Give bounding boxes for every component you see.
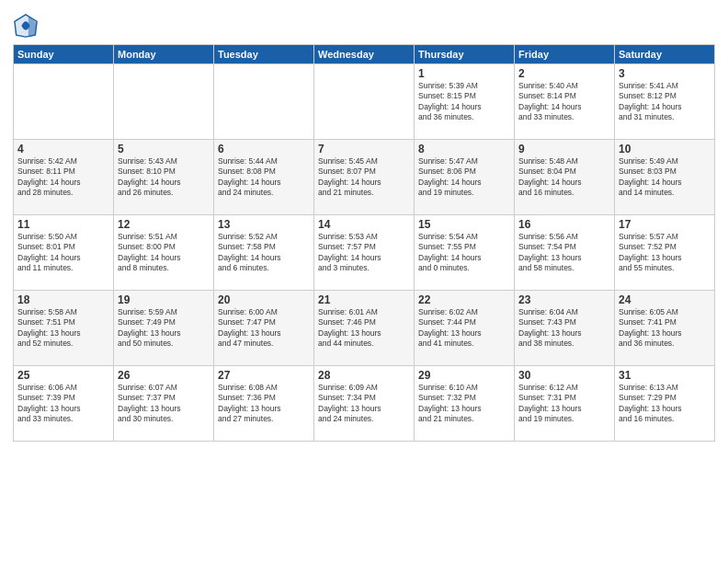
table-row: 31Sunrise: 6:13 AM Sunset: 7:29 PM Dayli… [615, 366, 715, 442]
col-tuesday: Tuesday [214, 45, 314, 64]
table-row: 15Sunrise: 5:54 AM Sunset: 7:55 PM Dayli… [415, 215, 515, 291]
day-number: 19 [118, 293, 210, 306]
table-row: 7Sunrise: 5:45 AM Sunset: 8:07 PM Daylig… [314, 140, 415, 215]
table-row: 4Sunrise: 5:42 AM Sunset: 8:11 PM Daylig… [14, 140, 114, 215]
day-number: 26 [118, 369, 210, 382]
day-info: Sunrise: 5:39 AM Sunset: 8:15 PM Dayligh… [418, 81, 510, 123]
table-row: 27Sunrise: 6:08 AM Sunset: 7:36 PM Dayli… [214, 366, 314, 442]
day-info: Sunrise: 5:53 AM Sunset: 7:57 PM Dayligh… [318, 232, 410, 274]
day-info: Sunrise: 6:01 AM Sunset: 7:46 PM Dayligh… [318, 307, 410, 350]
day-info: Sunrise: 5:41 AM Sunset: 8:12 PM Dayligh… [619, 81, 711, 123]
calendar-week-row: 11Sunrise: 5:50 AM Sunset: 8:01 PM Dayli… [14, 215, 715, 291]
day-info: Sunrise: 6:05 AM Sunset: 7:41 PM Dayligh… [619, 307, 711, 350]
table-row: 21Sunrise: 6:01 AM Sunset: 7:46 PM Dayli… [314, 291, 415, 366]
calendar-week-row: 1Sunrise: 5:39 AM Sunset: 8:15 PM Daylig… [14, 64, 715, 140]
day-number: 8 [418, 143, 510, 155]
day-info: Sunrise: 5:49 AM Sunset: 8:03 PM Dayligh… [619, 156, 711, 199]
day-number: 27 [218, 369, 310, 382]
col-wednesday: Wednesday [314, 45, 415, 64]
page: Sunday Monday Tuesday Wednesday Thursday… [0, 0, 728, 563]
day-info: Sunrise: 5:58 AM Sunset: 7:51 PM Dayligh… [17, 307, 109, 350]
logo [13, 13, 40, 39]
table-row: 24Sunrise: 6:05 AM Sunset: 7:41 PM Dayli… [615, 291, 715, 366]
day-info: Sunrise: 5:52 AM Sunset: 7:58 PM Dayligh… [218, 232, 310, 274]
calendar-table: Sunday Monday Tuesday Wednesday Thursday… [13, 44, 715, 442]
day-number: 1 [418, 67, 510, 80]
day-number: 23 [518, 293, 610, 306]
table-row: 11Sunrise: 5:50 AM Sunset: 8:01 PM Dayli… [14, 215, 114, 291]
day-number: 29 [418, 369, 510, 382]
day-info: Sunrise: 5:57 AM Sunset: 7:52 PM Dayligh… [619, 232, 711, 274]
day-info: Sunrise: 5:42 AM Sunset: 8:11 PM Dayligh… [17, 156, 109, 199]
day-number: 10 [619, 143, 711, 155]
calendar-week-row: 25Sunrise: 6:06 AM Sunset: 7:39 PM Dayli… [14, 366, 715, 442]
day-number: 17 [619, 218, 711, 231]
day-number: 25 [17, 369, 109, 382]
day-number: 5 [118, 143, 210, 155]
day-info: Sunrise: 5:44 AM Sunset: 8:08 PM Dayligh… [218, 156, 310, 199]
day-info: Sunrise: 5:40 AM Sunset: 8:14 PM Dayligh… [518, 81, 610, 123]
day-number: 11 [17, 218, 109, 231]
day-number: 12 [118, 218, 210, 231]
day-number: 2 [518, 67, 610, 80]
day-info: Sunrise: 5:43 AM Sunset: 8:10 PM Dayligh… [118, 156, 210, 199]
table-row [14, 64, 114, 140]
day-number: 30 [518, 369, 610, 382]
table-row: 3Sunrise: 5:41 AM Sunset: 8:12 PM Daylig… [615, 64, 715, 140]
day-number: 14 [318, 218, 410, 231]
table-row: 12Sunrise: 5:51 AM Sunset: 8:00 PM Dayli… [114, 215, 214, 291]
table-row: 1Sunrise: 5:39 AM Sunset: 8:15 PM Daylig… [415, 64, 515, 140]
table-row: 10Sunrise: 5:49 AM Sunset: 8:03 PM Dayli… [615, 140, 715, 215]
day-info: Sunrise: 5:54 AM Sunset: 7:55 PM Dayligh… [418, 232, 510, 274]
table-row: 30Sunrise: 6:12 AM Sunset: 7:31 PM Dayli… [515, 366, 615, 442]
table-row [314, 64, 415, 140]
day-info: Sunrise: 5:51 AM Sunset: 8:00 PM Dayligh… [118, 232, 210, 274]
table-row: 2Sunrise: 5:40 AM Sunset: 8:14 PM Daylig… [515, 64, 615, 140]
day-number: 9 [518, 143, 610, 155]
day-number: 16 [518, 218, 610, 231]
table-row: 17Sunrise: 5:57 AM Sunset: 7:52 PM Dayli… [615, 215, 715, 291]
day-number: 3 [619, 67, 711, 80]
table-row: 9Sunrise: 5:48 AM Sunset: 8:04 PM Daylig… [515, 140, 615, 215]
day-number: 13 [218, 218, 310, 231]
day-info: Sunrise: 5:59 AM Sunset: 7:49 PM Dayligh… [118, 307, 210, 350]
calendar-header-row: Sunday Monday Tuesday Wednesday Thursday… [14, 45, 715, 64]
day-number: 7 [318, 143, 410, 155]
day-info: Sunrise: 6:06 AM Sunset: 7:39 PM Dayligh… [17, 383, 109, 425]
table-row: 29Sunrise: 6:10 AM Sunset: 7:32 PM Dayli… [415, 366, 515, 442]
day-number: 31 [619, 369, 711, 382]
table-row: 26Sunrise: 6:07 AM Sunset: 7:37 PM Dayli… [114, 366, 214, 442]
day-info: Sunrise: 6:12 AM Sunset: 7:31 PM Dayligh… [518, 383, 610, 425]
day-info: Sunrise: 5:47 AM Sunset: 8:06 PM Dayligh… [418, 156, 510, 199]
col-friday: Friday [515, 45, 615, 64]
day-number: 22 [418, 293, 510, 306]
table-row: 5Sunrise: 5:43 AM Sunset: 8:10 PM Daylig… [114, 140, 214, 215]
table-row: 6Sunrise: 5:44 AM Sunset: 8:08 PM Daylig… [214, 140, 314, 215]
calendar-week-row: 4Sunrise: 5:42 AM Sunset: 8:11 PM Daylig… [14, 140, 715, 215]
day-number: 28 [318, 369, 410, 382]
day-info: Sunrise: 6:08 AM Sunset: 7:36 PM Dayligh… [218, 383, 310, 425]
day-number: 21 [318, 293, 410, 306]
col-thursday: Thursday [415, 45, 515, 64]
table-row: 13Sunrise: 5:52 AM Sunset: 7:58 PM Dayli… [214, 215, 314, 291]
day-info: Sunrise: 6:13 AM Sunset: 7:29 PM Dayligh… [619, 383, 711, 425]
day-number: 6 [218, 143, 310, 155]
day-info: Sunrise: 6:04 AM Sunset: 7:43 PM Dayligh… [518, 307, 610, 350]
table-row: 22Sunrise: 6:02 AM Sunset: 7:44 PM Dayli… [415, 291, 515, 366]
table-row: 20Sunrise: 6:00 AM Sunset: 7:47 PM Dayli… [214, 291, 314, 366]
day-info: Sunrise: 5:48 AM Sunset: 8:04 PM Dayligh… [518, 156, 610, 199]
col-saturday: Saturday [615, 45, 715, 64]
day-number: 18 [17, 293, 109, 306]
header [13, 9, 715, 39]
table-row [214, 64, 314, 140]
day-info: Sunrise: 6:02 AM Sunset: 7:44 PM Dayligh… [418, 307, 510, 350]
day-number: 24 [619, 293, 711, 306]
logo-icon [13, 13, 39, 39]
day-info: Sunrise: 6:07 AM Sunset: 7:37 PM Dayligh… [118, 383, 210, 425]
day-info: Sunrise: 5:56 AM Sunset: 7:54 PM Dayligh… [518, 232, 610, 274]
col-sunday: Sunday [14, 45, 114, 64]
day-number: 15 [418, 218, 510, 231]
day-info: Sunrise: 6:00 AM Sunset: 7:47 PM Dayligh… [218, 307, 310, 350]
table-row: 8Sunrise: 5:47 AM Sunset: 8:06 PM Daylig… [415, 140, 515, 215]
day-info: Sunrise: 6:09 AM Sunset: 7:34 PM Dayligh… [318, 383, 410, 425]
